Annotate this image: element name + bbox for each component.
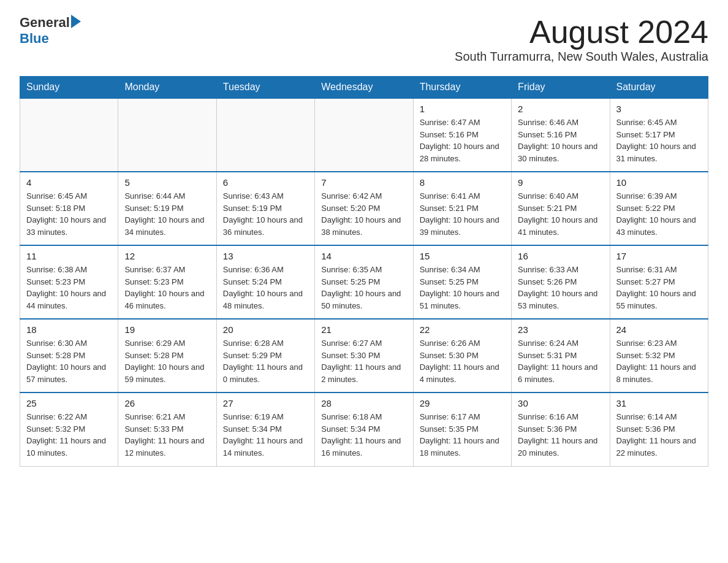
day-info: Sunrise: 6:30 AMSunset: 5:28 PMDaylight:…	[26, 337, 112, 385]
calendar-cell: 4Sunrise: 6:45 AMSunset: 5:18 PMDaylight…	[20, 172, 118, 245]
calendar-header-saturday: Saturday	[610, 77, 708, 99]
day-info: Sunrise: 6:24 AMSunset: 5:31 PMDaylight:…	[518, 337, 603, 385]
day-number: 30	[518, 398, 603, 408]
calendar-cell	[20, 98, 118, 172]
day-number: 5	[124, 177, 210, 188]
day-info: Sunrise: 6:38 AMSunset: 5:23 PMDaylight:…	[26, 264, 112, 312]
day-info: Sunrise: 6:14 AMSunset: 5:36 PMDaylight:…	[616, 411, 702, 459]
day-number: 13	[223, 251, 308, 261]
calendar-cell: 16Sunrise: 6:33 AMSunset: 5:26 PMDayligh…	[512, 245, 610, 319]
day-info: Sunrise: 6:34 AMSunset: 5:25 PMDaylight:…	[420, 264, 505, 312]
day-number: 2	[518, 104, 603, 114]
day-number: 18	[26, 324, 112, 335]
day-number: 19	[124, 324, 210, 335]
calendar-header-sunday: Sunday	[20, 77, 118, 99]
day-info: Sunrise: 6:39 AMSunset: 5:22 PMDaylight:…	[616, 190, 702, 238]
day-number: 28	[321, 398, 406, 408]
day-number: 23	[518, 324, 603, 335]
day-info: Sunrise: 6:40 AMSunset: 5:21 PMDaylight:…	[518, 190, 603, 238]
day-info: Sunrise: 6:42 AMSunset: 5:20 PMDaylight:…	[321, 190, 406, 238]
day-info: Sunrise: 6:31 AMSunset: 5:27 PMDaylight:…	[616, 264, 702, 312]
day-number: 29	[420, 398, 505, 408]
calendar-week-row: 4Sunrise: 6:45 AMSunset: 5:18 PMDaylight…	[20, 172, 708, 245]
calendar-week-row: 18Sunrise: 6:30 AMSunset: 5:28 PMDayligh…	[20, 319, 708, 393]
calendar-cell: 9Sunrise: 6:40 AMSunset: 5:21 PMDaylight…	[512, 172, 610, 245]
calendar-cell: 27Sunrise: 6:19 AMSunset: 5:34 PMDayligh…	[216, 393, 314, 466]
calendar-table: SundayMondayTuesdayWednesdayThursdayFrid…	[20, 76, 708, 467]
day-info: Sunrise: 6:23 AMSunset: 5:32 PMDaylight:…	[616, 337, 702, 385]
day-info: Sunrise: 6:47 AMSunset: 5:16 PMDaylight:…	[420, 117, 505, 164]
calendar-header-thursday: Thursday	[413, 77, 511, 99]
calendar-cell: 10Sunrise: 6:39 AMSunset: 5:22 PMDayligh…	[610, 172, 708, 245]
day-number: 22	[420, 324, 505, 335]
calendar-cell: 2Sunrise: 6:46 AMSunset: 5:16 PMDaylight…	[512, 98, 610, 172]
day-info: Sunrise: 6:21 AMSunset: 5:33 PMDaylight:…	[124, 411, 210, 459]
calendar-cell: 7Sunrise: 6:42 AMSunset: 5:20 PMDaylight…	[315, 172, 413, 245]
calendar-cell: 25Sunrise: 6:22 AMSunset: 5:32 PMDayligh…	[20, 393, 118, 466]
day-info: Sunrise: 6:16 AMSunset: 5:36 PMDaylight:…	[518, 411, 603, 459]
page-title: August 2024	[455, 15, 708, 50]
logo-general-text: General	[20, 15, 70, 31]
day-number: 17	[616, 251, 702, 261]
calendar-cell: 14Sunrise: 6:35 AMSunset: 5:25 PMDayligh…	[315, 245, 413, 319]
day-number: 31	[616, 398, 702, 408]
calendar-cell: 6Sunrise: 6:43 AMSunset: 5:19 PMDaylight…	[216, 172, 314, 245]
calendar-cell: 26Sunrise: 6:21 AMSunset: 5:33 PMDayligh…	[118, 393, 216, 466]
calendar-cell: 28Sunrise: 6:18 AMSunset: 5:34 PMDayligh…	[315, 393, 413, 466]
day-number: 16	[518, 251, 603, 261]
calendar-cell: 23Sunrise: 6:24 AMSunset: 5:31 PMDayligh…	[512, 319, 610, 393]
calendar-cell: 15Sunrise: 6:34 AMSunset: 5:25 PMDayligh…	[413, 245, 511, 319]
day-info: Sunrise: 6:46 AMSunset: 5:16 PMDaylight:…	[518, 117, 603, 164]
calendar-week-row: 11Sunrise: 6:38 AMSunset: 5:23 PMDayligh…	[20, 245, 708, 319]
day-number: 12	[124, 251, 210, 261]
calendar-cell: 12Sunrise: 6:37 AMSunset: 5:23 PMDayligh…	[118, 245, 216, 319]
day-info: Sunrise: 6:18 AMSunset: 5:34 PMDaylight:…	[321, 411, 406, 459]
day-number: 25	[26, 398, 112, 408]
day-info: Sunrise: 6:37 AMSunset: 5:23 PMDaylight:…	[124, 264, 210, 312]
calendar-cell: 17Sunrise: 6:31 AMSunset: 5:27 PMDayligh…	[610, 245, 708, 319]
header: General Blue August 2024 South Turramurr…	[20, 15, 708, 74]
calendar-cell	[315, 98, 413, 172]
logo: General Blue	[20, 15, 81, 47]
calendar-cell: 29Sunrise: 6:17 AMSunset: 5:35 PMDayligh…	[413, 393, 511, 466]
day-info: Sunrise: 6:33 AMSunset: 5:26 PMDaylight:…	[518, 264, 603, 312]
day-info: Sunrise: 6:29 AMSunset: 5:28 PMDaylight:…	[124, 337, 210, 385]
calendar-cell	[118, 98, 216, 172]
calendar-cell: 8Sunrise: 6:41 AMSunset: 5:21 PMDaylight…	[413, 172, 511, 245]
calendar-header-row: SundayMondayTuesdayWednesdayThursdayFrid…	[20, 77, 708, 99]
calendar-week-row: 1Sunrise: 6:47 AMSunset: 5:16 PMDaylight…	[20, 98, 708, 172]
calendar-cell: 5Sunrise: 6:44 AMSunset: 5:19 PMDaylight…	[118, 172, 216, 245]
calendar-cell: 22Sunrise: 6:26 AMSunset: 5:30 PMDayligh…	[413, 319, 511, 393]
calendar-cell: 31Sunrise: 6:14 AMSunset: 5:36 PMDayligh…	[610, 393, 708, 466]
calendar-cell: 21Sunrise: 6:27 AMSunset: 5:30 PMDayligh…	[315, 319, 413, 393]
calendar-header-wednesday: Wednesday	[315, 77, 413, 99]
calendar-header-friday: Friday	[512, 77, 610, 99]
day-info: Sunrise: 6:26 AMSunset: 5:30 PMDaylight:…	[420, 337, 505, 385]
calendar-cell: 18Sunrise: 6:30 AMSunset: 5:28 PMDayligh…	[20, 319, 118, 393]
day-number: 14	[321, 251, 406, 261]
day-number: 4	[26, 177, 112, 188]
calendar-week-row: 25Sunrise: 6:22 AMSunset: 5:32 PMDayligh…	[20, 393, 708, 466]
day-number: 24	[616, 324, 702, 335]
day-number: 8	[420, 177, 505, 188]
calendar-cell: 11Sunrise: 6:38 AMSunset: 5:23 PMDayligh…	[20, 245, 118, 319]
calendar-cell: 19Sunrise: 6:29 AMSunset: 5:28 PMDayligh…	[118, 319, 216, 393]
day-number: 21	[321, 324, 406, 335]
page-subtitle: South Turramurra, New South Wales, Austr…	[455, 50, 708, 64]
logo-blue-text: Blue	[20, 31, 49, 46]
day-info: Sunrise: 6:35 AMSunset: 5:25 PMDaylight:…	[321, 264, 406, 312]
day-number: 7	[321, 177, 406, 188]
day-number: 10	[616, 177, 702, 188]
day-info: Sunrise: 6:22 AMSunset: 5:32 PMDaylight:…	[26, 411, 112, 459]
calendar-cell	[216, 98, 314, 172]
day-info: Sunrise: 6:19 AMSunset: 5:34 PMDaylight:…	[223, 411, 308, 459]
calendar-header-tuesday: Tuesday	[216, 77, 314, 99]
day-info: Sunrise: 6:27 AMSunset: 5:30 PMDaylight:…	[321, 337, 406, 385]
calendar-cell: 13Sunrise: 6:36 AMSunset: 5:24 PMDayligh…	[216, 245, 314, 319]
day-number: 11	[26, 251, 112, 261]
title-block: August 2024 South Turramurra, New South …	[455, 15, 708, 74]
day-number: 9	[518, 177, 603, 188]
day-info: Sunrise: 6:45 AMSunset: 5:17 PMDaylight:…	[616, 117, 702, 164]
logo-triangle-icon	[71, 15, 81, 28]
day-number: 27	[223, 398, 308, 408]
